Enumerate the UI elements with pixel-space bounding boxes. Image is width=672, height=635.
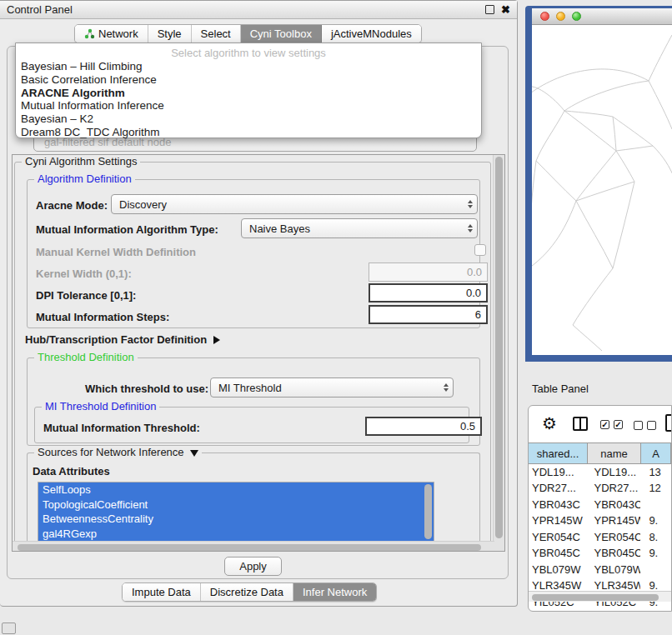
minimize-traffic-light[interactable] xyxy=(556,12,565,21)
checked-checkbox-icon[interactable]: ✓ xyxy=(614,420,623,429)
algorithm-list: Bayesian – Hill ClimbingBasic Correlatio… xyxy=(16,60,481,139)
aracne-mode-combo[interactable]: Discovery xyxy=(111,194,478,214)
mi-threshold-label: Mutual Information Threshold: xyxy=(43,422,200,434)
table-row[interactable]: YBR043CYBR043C xyxy=(529,497,671,513)
kernel-width-input[interactable]: 0.0 xyxy=(369,262,488,282)
zoom-traffic-light[interactable] xyxy=(572,12,581,21)
table-column-header[interactable]: A xyxy=(641,443,671,463)
table-cell: 8. xyxy=(640,529,671,546)
cyni-mode-tabs: Impute Data Discretize Data Infer Networ… xyxy=(122,582,377,602)
algorithm-definition-legend: Algorithm Definition xyxy=(34,172,135,185)
tab-impute-data[interactable]: Impute Data xyxy=(123,583,201,601)
network-icon xyxy=(84,28,95,39)
data-attributes-list: SelfLoopsTopologicalCoefficientBetweenne… xyxy=(38,482,434,542)
tab-cyni-toolbox[interactable]: Cyni Toolbox xyxy=(241,25,322,42)
table-cell: YPR145W xyxy=(588,513,641,530)
table-cell: YDR27... xyxy=(529,481,588,498)
data-attribute-item[interactable]: gal4RGexp xyxy=(38,527,434,542)
window-title: Control Panel xyxy=(7,3,73,16)
settings-vertical-scrollbar[interactable] xyxy=(493,155,504,552)
manual-kernel-checkbox[interactable] xyxy=(474,244,486,256)
table-row[interactable]: YBL079WYBL079W xyxy=(529,562,671,578)
manual-kernel-label: Manual Kernel Width Definition xyxy=(36,246,196,258)
split-columns-icon[interactable] xyxy=(573,417,588,431)
algorithm-option[interactable]: ARACNE Algorithm xyxy=(16,87,481,100)
table-cell xyxy=(640,497,671,513)
control-panel-titlebar[interactable]: Control Panel ✖ xyxy=(0,1,517,19)
sources-legend[interactable]: Sources for Network Inference xyxy=(34,446,202,458)
tab-infer-network[interactable]: Infer Network xyxy=(293,583,376,601)
table-cell: 12 xyxy=(640,481,671,498)
tab-network[interactable]: Network xyxy=(75,25,148,42)
algorithm-option[interactable]: Dream8 DC_TDC Algorithm xyxy=(16,126,481,139)
table-header-row: shared...nameA xyxy=(529,442,671,464)
table-cell: YER054C xyxy=(588,529,641,546)
table-cell: YBR045C xyxy=(529,546,588,562)
mi-steps-input[interactable]: 6 xyxy=(369,305,488,324)
settings-horizontal-scrollbar[interactable] xyxy=(13,541,494,552)
data-attribute-item[interactable]: BetweennessCentrality xyxy=(38,512,434,527)
collapsed-panel-icon[interactable] xyxy=(2,622,16,634)
table-row[interactable]: YDL19...YDL19...13 xyxy=(529,464,671,481)
algorithm-definition-group: Algorithm Definition Aracne Mode: Discov… xyxy=(27,179,480,328)
tab-discretize-data[interactable]: Discretize Data xyxy=(201,583,293,601)
table-horizontal-scrollbar[interactable] xyxy=(529,591,672,602)
cyni-algorithm-settings-group: Cyni Algorithm Settings Algorithm Defini… xyxy=(14,162,491,552)
table-row[interactable]: YDR27...YDR27...12 xyxy=(529,481,671,498)
data-attribute-item[interactable]: SelfLoops xyxy=(38,482,434,498)
table-panel-card: ⚙ ✓ ✓ shared...nameA YDL19...YDL19...13Y… xyxy=(528,405,672,612)
apply-button[interactable]: Apply xyxy=(224,557,282,576)
network-window-titlebar[interactable] xyxy=(532,8,672,25)
tab-jactivemnodules[interactable]: jActiveMNodules xyxy=(322,25,421,42)
which-threshold-combo[interactable]: MI Threshold xyxy=(210,378,454,398)
mi-threshold-input[interactable]: 0.5 xyxy=(365,417,482,436)
float-icon[interactable] xyxy=(485,5,494,14)
hub-definition-toggle[interactable]: Hub/Transcription Factor Definition xyxy=(25,333,220,346)
tab-style[interactable]: Style xyxy=(148,25,192,42)
threshold-definition-group: Threshold Definition Which threshold to … xyxy=(27,358,480,446)
algorithm-option[interactable]: Mutual Information Inference xyxy=(16,99,481,112)
list-scrollbar[interactable] xyxy=(424,484,432,539)
data-attributes-listbox: SelfLoopsTopologicalCoefficientBetweenne… xyxy=(38,482,434,542)
table-panel-title: Table Panel xyxy=(532,382,589,395)
mi-threshold-group: MI Threshold Definition Mutual Informati… xyxy=(34,407,469,443)
expand-right-icon xyxy=(213,336,220,344)
table-cell: YER054C xyxy=(529,529,588,546)
network-canvas[interactable] xyxy=(532,25,672,354)
mi-steps-label: Mutual Information Steps: xyxy=(36,311,169,323)
data-attribute-item[interactable]: TopologicalCoefficient xyxy=(38,498,434,512)
table-cell: YBR043C xyxy=(529,497,588,513)
algorithm-dropdown: Select algorithm to view settings Bayesi… xyxy=(15,42,482,138)
table-column-header[interactable]: shared... xyxy=(529,443,588,463)
table-row[interactable]: YER054CYER054C8. xyxy=(529,529,671,546)
settings-pane: Cyni Algorithm Settings Algorithm Defini… xyxy=(12,154,505,552)
table-body: YDL19...YDL19...13YDR27...YDR27...12YBR0… xyxy=(529,464,671,611)
close-icon[interactable]: ✖ xyxy=(501,5,510,14)
cyni-settings-legend: Cyni Algorithm Settings xyxy=(22,155,140,168)
close-traffic-light[interactable] xyxy=(540,12,549,21)
dpi-tolerance-input[interactable]: 0.0 xyxy=(369,283,488,302)
unchecked-checkbox-icon[interactable] xyxy=(647,421,656,430)
control-panel-window: Control Panel ✖ Network Style Select Cyn… xyxy=(0,0,518,607)
dropdown-prompt: Select algorithm to view settings xyxy=(16,43,481,60)
mi-algorithm-type-combo[interactable]: Naive Bayes xyxy=(241,218,478,238)
checked-checkbox-icon[interactable]: ✓ xyxy=(600,420,609,429)
collapse-down-icon xyxy=(190,450,198,457)
algorithm-option[interactable]: Bayesian – Hill Climbing xyxy=(16,60,481,73)
unchecked-checkbox-icon[interactable] xyxy=(634,421,643,430)
table-column-header[interactable]: name xyxy=(588,443,641,463)
table-cell: 9. xyxy=(640,546,671,562)
threshold-definition-legend: Threshold Definition xyxy=(34,351,138,363)
table-row[interactable]: YPR145WYPR145W9. xyxy=(529,513,671,530)
algorithm-option[interactable]: Bayesian – K2 xyxy=(16,112,481,126)
stepper-icon xyxy=(444,383,449,392)
document-icon[interactable] xyxy=(665,414,672,432)
network-graph xyxy=(532,25,672,354)
table-row[interactable]: YBR045CYBR045C9. xyxy=(529,546,671,562)
gear-icon[interactable]: ⚙ xyxy=(542,415,557,432)
algorithm-option[interactable]: Basic Correlation Inference xyxy=(16,73,481,87)
table-cell: YBR045C xyxy=(588,546,641,562)
tab-select[interactable]: Select xyxy=(192,25,241,42)
control-panel-tabs: Network Style Select Cyni Toolbox jActiv… xyxy=(74,24,422,43)
dpi-tolerance-label: DPI Tolerance [0,1]: xyxy=(36,289,136,302)
